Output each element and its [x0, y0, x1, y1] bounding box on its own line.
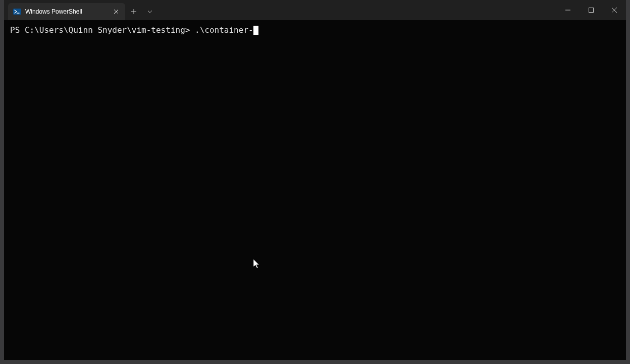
- tab-title: Windows PowerShell: [25, 8, 112, 15]
- tab-controls: [125, 3, 158, 20]
- terminal-window: Windows PowerShell: [4, 0, 626, 360]
- tab-close-button[interactable]: [112, 8, 120, 16]
- titlebar-left: Windows PowerShell: [4, 0, 158, 20]
- svg-rect-0: [13, 9, 21, 15]
- minimize-button[interactable]: [556, 0, 580, 20]
- close-window-button[interactable]: [603, 0, 626, 20]
- window-controls: [556, 0, 626, 20]
- maximize-button[interactable]: [580, 0, 603, 20]
- command-input-text: .\container-: [195, 25, 253, 36]
- prompt-text: PS C:\Users\Quinn Snyder\vim-testing>: [10, 25, 195, 36]
- terminal-line: PS C:\Users\Quinn Snyder\vim-testing> .\…: [10, 25, 620, 36]
- tab-powershell[interactable]: Windows PowerShell: [8, 3, 125, 20]
- svg-rect-7: [589, 8, 594, 13]
- titlebar: Windows PowerShell: [4, 0, 626, 20]
- tabs-dropdown-button[interactable]: [142, 4, 158, 19]
- powershell-icon: [13, 8, 21, 16]
- mouse-cursor-icon: [253, 259, 260, 272]
- text-cursor: [253, 26, 258, 35]
- terminal-body[interactable]: PS C:\Users\Quinn Snyder\vim-testing> .\…: [4, 20, 626, 360]
- new-tab-button[interactable]: [126, 4, 141, 19]
